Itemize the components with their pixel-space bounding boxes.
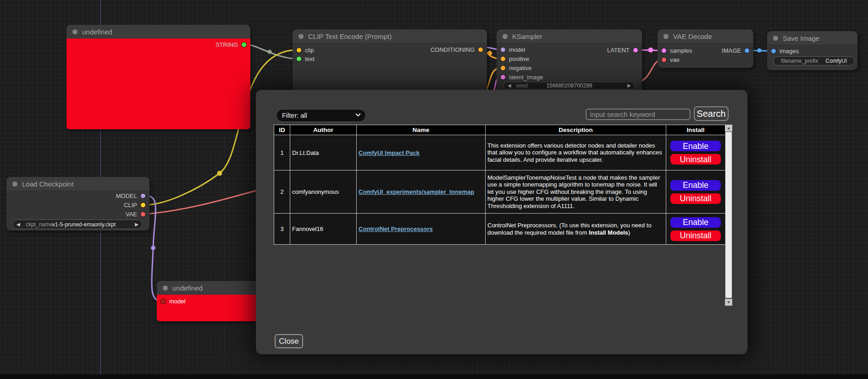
port-dot-positive[interactable] — [501, 56, 505, 61]
node-title: CLIP Text Encode (Prompt) — [308, 33, 392, 40]
scrollbar-thumb[interactable] — [725, 132, 732, 298]
port-dot-model-out[interactable] — [141, 193, 145, 198]
node-title-bar[interactable]: undefined — [157, 281, 259, 295]
output-vae[interactable]: VAE — [126, 211, 145, 218]
uninstall-button[interactable]: Uninstall — [670, 154, 721, 165]
node-undefined-bottom[interactable]: undefined model — [157, 281, 259, 321]
node-save-image[interactable]: Save Image images filename_prefix ComfyU… — [767, 31, 857, 70]
port-dot-conditioning[interactable] — [478, 47, 483, 52]
cell-install: Enable Uninstall — [666, 135, 725, 170]
input-images[interactable]: images — [771, 48, 799, 55]
port-dot-clip-out[interactable] — [141, 203, 145, 207]
table-header-row: ID Author Name Description Install — [274, 125, 725, 135]
node-title-bar[interactable]: CLIP Text Encode (Prompt) — [293, 29, 487, 44]
port-dot-latent-image[interactable] — [501, 75, 505, 79]
input-samples[interactable]: samples — [662, 47, 692, 54]
input-positive[interactable]: positive — [501, 55, 529, 62]
collapse-dot-icon[interactable] — [663, 34, 669, 39]
node-load-checkpoint[interactable]: Load Checkpoint MODEL CLIP VAE ◀ ckpt_na… — [6, 177, 149, 231]
node-title-bar[interactable]: undefined — [66, 25, 250, 39]
extension-manager-dialog: Filter: all Search ID Author Name Descri… — [256, 90, 747, 354]
node-title-bar[interactable]: Save Image — [767, 31, 857, 45]
port-dot-model[interactable] — [501, 47, 505, 52]
port-dot-image[interactable] — [745, 48, 749, 53]
search-button[interactable]: Search — [694, 106, 729, 121]
output-string[interactable]: STRING — [216, 41, 246, 48]
extension-link[interactable]: ComfyUI_experiments/sampler_tonemap — [359, 188, 474, 195]
close-button[interactable]: Close — [275, 334, 303, 348]
port-dot-text[interactable] — [297, 56, 301, 61]
port-dot-clip[interactable] — [297, 48, 301, 52]
next-arrow-icon[interactable]: ▶ — [135, 222, 138, 227]
cell-author: Dr.Lt.Data — [290, 135, 357, 170]
output-clip[interactable]: CLIP — [124, 202, 145, 209]
collapse-dot-icon[interactable] — [503, 34, 508, 39]
table-scrollbar[interactable]: ▲ ▼ — [725, 125, 732, 306]
wire-dot-model — [151, 246, 155, 250]
collapse-dot-icon[interactable] — [12, 181, 17, 187]
search-input[interactable] — [586, 109, 691, 120]
enable-button[interactable]: Enable — [670, 180, 721, 191]
output-model[interactable]: MODEL — [116, 192, 145, 199]
input-clip[interactable]: clip — [297, 47, 314, 54]
input-negative[interactable]: negative — [501, 65, 531, 71]
scroll-up-icon[interactable]: ▲ — [725, 125, 732, 132]
comfyui-canvas[interactable]: undefined STRING CLIP Text Encode (Promp… — [0, 0, 868, 379]
node-title-bar[interactable]: KSampler — [497, 29, 642, 44]
collapse-dot-icon[interactable] — [163, 286, 168, 291]
input-text[interactable]: text — [297, 55, 315, 62]
collapse-dot-icon[interactable] — [72, 29, 77, 34]
node-body: images filename_prefix ComfyUI — [767, 45, 857, 70]
port-dot-vae[interactable] — [662, 57, 666, 62]
col-header-name: Name — [357, 125, 486, 135]
ckpt-name-widget[interactable]: ◀ ckpt_name v1-5-pruned-emaonly.ckpt ▶ — [12, 220, 143, 229]
node-title: Save Image — [783, 34, 819, 42]
port-dot-images[interactable] — [771, 49, 776, 53]
prev-arrow-icon[interactable]: ◀ — [17, 222, 20, 227]
port-dot-samples[interactable] — [662, 48, 666, 53]
input-model[interactable]: model — [501, 46, 525, 53]
table-row: 3 Fannovel16 ControlNet Preprocessors Co… — [274, 214, 725, 245]
cell-name: ControlNet Preprocessors — [357, 214, 486, 245]
cell-install: Enable Uninstall — [666, 170, 725, 214]
input-model[interactable]: model — [161, 298, 185, 305]
cell-description: ControlNet Preprocessors. (To use this e… — [486, 214, 666, 245]
filename-prefix-widget[interactable]: filename_prefix ComfyUI — [773, 56, 855, 66]
filter-select[interactable]: Filter: all — [276, 109, 366, 122]
enable-button[interactable]: Enable — [670, 217, 721, 228]
input-vae[interactable]: vae — [662, 56, 680, 63]
node-body: samples vae IMAGE — [658, 43, 753, 68]
increment-arrow-icon[interactable]: ▶ — [627, 83, 631, 88]
decrement-arrow-icon[interactable]: ◀ — [508, 83, 511, 88]
port-dot-vae-out[interactable] — [141, 212, 145, 216]
cell-id: 1 — [274, 135, 290, 170]
node-title-bar[interactable]: Load Checkpoint — [6, 177, 149, 191]
node-undefined-top[interactable]: undefined STRING — [66, 25, 250, 129]
output-latent[interactable]: LATENT — [607, 47, 638, 54]
extension-link[interactable]: ComfyUI Impact Pack — [359, 149, 420, 156]
collapse-dot-icon[interactable] — [299, 34, 304, 39]
error-node-body: model — [157, 295, 259, 321]
node-vae-decode[interactable]: VAE Decode samples vae IMAGE — [658, 29, 753, 68]
output-conditioning[interactable]: CONDITIONING — [431, 46, 483, 53]
extension-link[interactable]: ControlNet Preprocessors — [359, 225, 433, 232]
collapse-dot-icon[interactable] — [773, 36, 778, 41]
uninstall-button[interactable]: Uninstall — [670, 230, 721, 242]
port-dot-model-in[interactable] — [161, 299, 166, 303]
enable-button[interactable]: Enable — [670, 140, 721, 152]
port-dot-negative[interactable] — [501, 66, 505, 70]
scroll-down-icon[interactable]: ▼ — [725, 299, 732, 306]
node-title-bar[interactable]: VAE Decode — [658, 29, 753, 44]
col-header-author: Author — [290, 125, 357, 135]
uninstall-button[interactable]: Uninstall — [670, 193, 721, 204]
output-image[interactable]: IMAGE — [722, 47, 749, 54]
cell-description: This extension offers various detector n… — [486, 135, 666, 170]
extension-table: ID Author Name Description Install 1 Dr.… — [274, 125, 725, 245]
wire-dot-latent — [648, 48, 653, 53]
seed-widget[interactable]: ◀ seed 156680208700286 ▶ — [503, 82, 635, 89]
cell-author: comfyanonymous — [290, 170, 357, 214]
port-dot-string[interactable] — [242, 42, 246, 47]
port-dot-latent[interactable] — [633, 48, 638, 52]
input-latent-image[interactable]: latent_image — [501, 74, 543, 81]
col-header-description: Description — [486, 125, 666, 135]
